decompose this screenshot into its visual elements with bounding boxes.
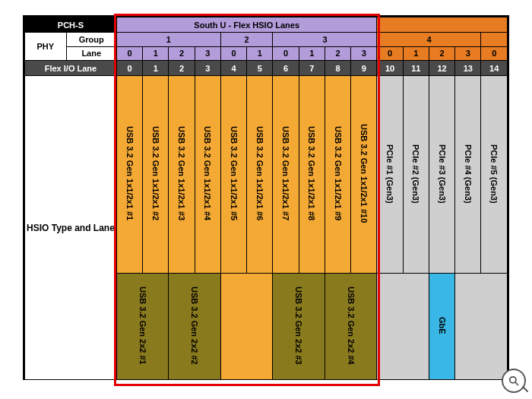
usb-lane-0: USB 3.2 Gen 1x1/2x1 #1 — [116, 76, 142, 274]
flex-lane-num: 14 — [481, 61, 508, 76]
phy-lane: 0 — [273, 46, 299, 61]
usb2x2-pair-3: USB 3.2 Gen 2x2 #3 — [273, 274, 325, 380]
phy-lane: 3 — [455, 46, 481, 61]
pcie-lane-13: PCIe #4 (Gen3) — [455, 76, 481, 274]
orange-header — [377, 17, 508, 33]
empty-grey-gap-2 — [455, 274, 508, 380]
usb-lane-6: USB 3.2 Gen 1x1/2x1 #7 — [273, 76, 299, 274]
phy-lane: 1 — [247, 46, 273, 61]
flex-lane-num: 13 — [455, 61, 481, 76]
pchs-label: PCH-S — [25, 17, 117, 33]
phy-lane: 2 — [325, 46, 350, 61]
flex-lane-num: 4 — [220, 61, 246, 76]
usb-lane-1: USB 3.2 Gen 1x1/2x1 #2 — [143, 76, 169, 274]
flex-io-label: Flex I/O Lane — [25, 61, 117, 76]
usb-lane-2: USB 3.2 Gen 1x1/2x1 #3 — [169, 76, 195, 274]
diagram-stage: PCH-S South U - Flex HSIO Lanes PHY Grou… — [0, 0, 532, 399]
flex-io-row: Flex I/O Lane 0 1 2 3 4 5 6 7 8 9 10 11 … — [25, 61, 508, 76]
usb-lane-7: USB 3.2 Gen 1x1/2x1 #8 — [299, 76, 325, 274]
empty-orange-gap — [220, 274, 273, 380]
phy-group-5 — [481, 33, 508, 47]
flex-lane-num: 10 — [377, 61, 403, 76]
usb2x2-pair-1: USB 3.2 Gen 2x2 #1 — [116, 274, 169, 380]
flex-lane-num: 0 — [116, 61, 142, 76]
pcie-lane-11: PCIe #2 (Gen3) — [403, 76, 429, 274]
phy-lane: 2 — [169, 46, 195, 61]
phy-lane: 0 — [481, 46, 508, 61]
header-row-region: PCH-S South U - Flex HSIO Lanes — [25, 17, 508, 33]
usb-lane-8: USB 3.2 Gen 1x1/2x1 #9 — [325, 76, 350, 274]
phy-label: PHY — [25, 33, 67, 60]
usb-lane-4: USB 3.2 Gen 1x1/2x1 #5 — [220, 76, 246, 274]
table-frame: PCH-S South U - Flex HSIO Lanes PHY Grou… — [23, 15, 509, 380]
phy-lane: 3 — [195, 46, 220, 61]
phy-group-1: 1 — [116, 33, 220, 47]
flex-lane-num: 5 — [247, 61, 273, 76]
zoom-icon[interactable] — [502, 369, 526, 393]
phy-lane: 0 — [220, 46, 246, 61]
phy-group-cell: PHY Group Lane — [25, 33, 117, 61]
pcie-lane-14: PCIe #5 (Gen3) — [481, 76, 508, 274]
pcie-lane-12: PCIe #3 (Gen3) — [429, 76, 454, 274]
empty-grey-gap — [377, 274, 429, 380]
flex-lane-num: 2 — [169, 61, 195, 76]
svg-point-0 — [510, 377, 516, 383]
pcie-lane-10: PCIe #1 (Gen3) — [377, 76, 403, 274]
flex-lane-num: 1 — [143, 61, 169, 76]
usb2x2-pair-2: USB 3.2 Gen 2x2 #2 — [169, 274, 221, 380]
flex-lane-num: 12 — [429, 61, 454, 76]
phy-lane: 3 — [351, 46, 377, 61]
hsio-table: PCH-S South U - Flex HSIO Lanes PHY Grou… — [24, 17, 508, 380]
flex-lane-num: 3 — [195, 61, 220, 76]
phy-lane: 1 — [403, 46, 429, 61]
gbe-cell: GbE — [429, 274, 454, 380]
flex-lane-num: 9 — [351, 61, 377, 76]
hsio-type-label: HSIO Type and Lane — [25, 76, 117, 380]
group-label: Group — [67, 33, 116, 47]
hsio-type-row: HSIO Type and Lane USB 3.2 Gen 1x1/2x1 #… — [25, 76, 508, 274]
phy-lane: 1 — [299, 46, 325, 61]
usb-lane-9: USB 3.2 Gen 1x1/2x1 #10 — [351, 76, 377, 274]
flex-lane-num: 7 — [299, 61, 325, 76]
phy-lane: 0 — [116, 46, 142, 61]
usb-lane-3: USB 3.2 Gen 1x1/2x1 #4 — [195, 76, 220, 274]
phy-lane: 2 — [429, 46, 454, 61]
phy-group-3: 3 — [273, 33, 377, 47]
phy-lane: 0 — [377, 46, 403, 61]
usb-lane-5: USB 3.2 Gen 1x1/2x1 #6 — [247, 76, 273, 274]
lane-label: Lane — [67, 47, 116, 61]
flex-lane-num: 8 — [325, 61, 350, 76]
phy-group-2: 2 — [220, 33, 273, 47]
south-u-header: South U - Flex HSIO Lanes — [116, 17, 377, 33]
header-row-group: PHY Group Lane 1 2 3 4 — [25, 33, 508, 47]
phy-group-4: 4 — [377, 33, 481, 47]
flex-lane-num: 6 — [273, 61, 299, 76]
flex-lane-num: 11 — [403, 61, 429, 76]
phy-lane: 1 — [143, 46, 169, 61]
svg-line-1 — [515, 382, 518, 385]
usb2x2-pair-4: USB 3.2 Gen 2x2 #4 — [325, 274, 377, 380]
